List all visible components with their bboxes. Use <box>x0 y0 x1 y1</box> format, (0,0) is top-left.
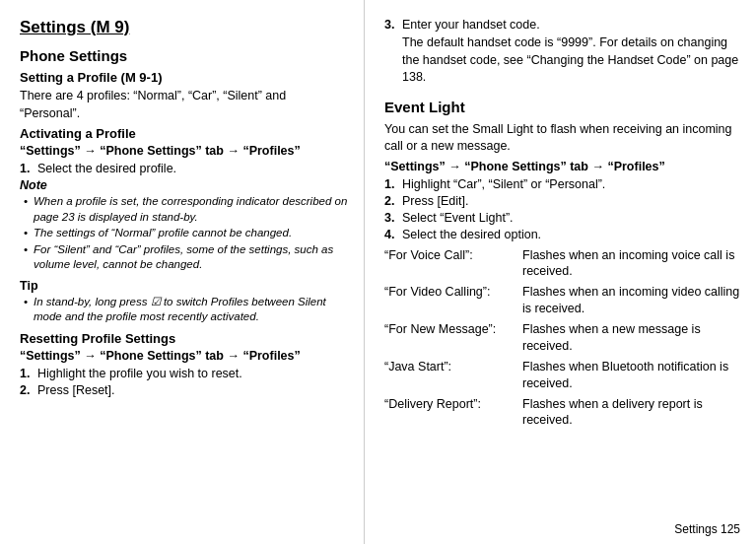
option-row: “For New Message”:Flashes when a new mes… <box>384 321 740 355</box>
step-number: 3. <box>384 18 402 91</box>
step3-detail: The default handset code is “9999”. For … <box>402 34 740 87</box>
option-row: “For Video Calling”:Flashes when an inco… <box>384 284 740 317</box>
option-row: “For Voice Call”:Flashes when an incomin… <box>384 247 740 281</box>
note-section: Note • When a profile is set, the corres… <box>20 178 348 273</box>
step3-text: Enter your handset code. <box>402 18 540 32</box>
step-number: 1. <box>384 177 402 191</box>
setting-profile-subsection: Setting a Profile (M 9-1) There are 4 pr… <box>20 70 348 122</box>
activating-profile-title: Activating a Profile <box>20 126 348 141</box>
resetting-profile-step1: 1. Highlight the profile you wish to res… <box>20 367 348 380</box>
event-light-step4: 4. Select the desired option. <box>384 228 740 241</box>
event-light-step1: 1. Highlight “Car”, “Silent” or “Persona… <box>384 177 740 191</box>
step-text: Select “Event Light”. <box>402 211 514 225</box>
step-text: Select the desired option. <box>402 228 541 241</box>
note-text: For “Silent” and “Car” profiles, some of… <box>34 242 348 273</box>
option-row: “Java Start”:Flashes when Bluetooth noti… <box>384 359 740 392</box>
bullet: • <box>24 194 34 225</box>
option-desc: Flashes when an incoming video calling i… <box>522 284 740 317</box>
resetting-profile-step2: 2. Press [Reset]. <box>20 383 348 397</box>
bullet: • <box>24 226 34 241</box>
option-desc: Flashes when Bluetooth notification is r… <box>522 359 740 392</box>
event-light-title: Event Light <box>384 99 740 115</box>
right-column: 3. Enter your handset code. The default … <box>365 0 756 544</box>
option-desc: Flashes when an incoming voice call is r… <box>522 247 740 281</box>
page-footer: Settings 125 <box>674 522 740 536</box>
resetting-profile-path: “Settings” → “Phone Settings” tab → “Pro… <box>20 349 348 363</box>
phone-settings-section: Phone Settings Setting a Profile (M 9-1)… <box>20 47 348 397</box>
note-title: Note <box>20 178 348 192</box>
step-number: 2. <box>20 383 37 397</box>
options-table: “For Voice Call”:Flashes when an incomin… <box>384 247 740 430</box>
step-text: Select the desired profile. <box>37 162 176 175</box>
tip-title: Tip <box>20 279 348 293</box>
setting-profile-body: There are 4 profiles: “Normal”, “Car”, “… <box>20 88 348 122</box>
resetting-profile-title: Resetting Profile Settings <box>20 331 348 346</box>
option-label: “Java Start”: <box>384 359 522 392</box>
page-title: Settings (M 9) <box>20 18 348 37</box>
step-number: 3. <box>384 211 402 225</box>
option-desc: Flashes when a new message is received. <box>522 321 740 355</box>
bullet: • <box>24 242 34 273</box>
option-label: “For Voice Call”: <box>384 247 522 281</box>
step-text: Highlight “Car”, “Silent” or “Personal”. <box>402 177 605 191</box>
note-text: When a profile is set, the corresponding… <box>34 194 348 225</box>
phone-settings-title: Phone Settings <box>20 47 348 64</box>
left-column: Settings (M 9) Phone Settings Setting a … <box>0 0 365 544</box>
resetting-profile-subsection: Resetting Profile Settings “Settings” → … <box>20 331 348 397</box>
tip-section: Tip • In stand-by, long press ☑ to switc… <box>20 279 348 325</box>
bullet: • <box>24 295 34 325</box>
right-step3: 3. Enter your handset code. The default … <box>384 18 740 91</box>
setting-profile-title: Setting a Profile (M 9-1) <box>20 70 348 85</box>
event-light-section: Event Light You can set the Small Light … <box>384 99 740 430</box>
activating-profile-path: “Settings” → “Phone Settings” tab → “Pro… <box>20 144 348 158</box>
option-desc: Flashes when a delivery report is receiv… <box>522 396 740 430</box>
event-light-path: “Settings” → “Phone Settings” tab → “Pro… <box>384 160 740 173</box>
step-number: 1. <box>20 162 37 175</box>
event-light-body: You can set the Small Light to flash whe… <box>384 121 740 156</box>
step-text: Highlight the profile you wish to reset. <box>37 367 242 380</box>
step-number: 4. <box>384 228 402 241</box>
option-label: “For Video Calling”: <box>384 284 522 317</box>
option-row: “Delivery Report”:Flashes when a deliver… <box>384 396 740 430</box>
tip-text: In stand-by, long press ☑ to switch Prof… <box>34 295 348 325</box>
option-label: “For New Message”: <box>384 321 522 355</box>
tip-item-1: • In stand-by, long press ☑ to switch Pr… <box>20 295 348 325</box>
step3-content: Enter your handset code. The default han… <box>402 18 740 91</box>
activating-profile-subsection: Activating a Profile “Settings” → “Phone… <box>20 126 348 325</box>
event-light-step2: 2. Press [Edit]. <box>384 194 740 208</box>
activating-profile-step1: 1. Select the desired profile. <box>20 162 348 175</box>
step-number: 2. <box>384 194 402 208</box>
option-label: “Delivery Report”: <box>384 396 522 430</box>
note-item-3: • For “Silent” and “Car” profiles, some … <box>20 242 348 273</box>
event-light-step3: 3. Select “Event Light”. <box>384 211 740 225</box>
note-item-1: • When a profile is set, the correspondi… <box>20 194 348 225</box>
step-text: Press [Reset]. <box>37 383 115 397</box>
page: Settings (M 9) Phone Settings Setting a … <box>0 0 756 544</box>
note-text: The settings of “Normal” profile cannot … <box>34 226 292 241</box>
step-text: Press [Edit]. <box>402 194 468 208</box>
step-number: 1. <box>20 367 37 380</box>
note-item-2: • The settings of “Normal” profile canno… <box>20 226 348 241</box>
